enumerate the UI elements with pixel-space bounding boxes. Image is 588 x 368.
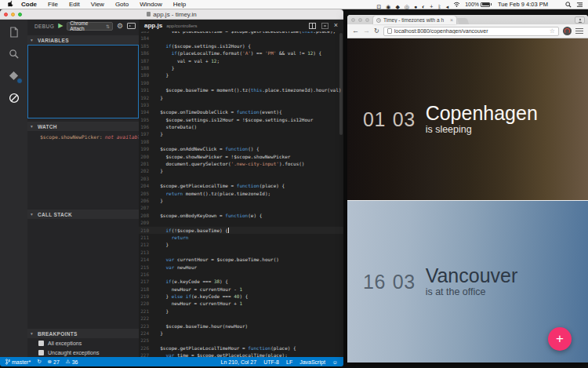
chrome-menu-icon[interactable]: [575, 28, 583, 34]
code-line-206[interactable]: 206 }: [139, 197, 343, 204]
apple-menu-icon[interactable]: [5, 1, 16, 8]
wifi-icon[interactable]: [453, 2, 460, 7]
spotlight-icon[interactable]: [565, 2, 572, 8]
code-line-224[interactable]: 224 }: [139, 330, 343, 337]
watch-expression-row[interactable]: $scope.showNewPicker: not available: [27, 133, 139, 140]
code-line-217[interactable]: 217 if(e.keyCode === 38) {: [139, 278, 343, 285]
forward-button[interactable]: →: [363, 27, 370, 35]
cursor-position-status[interactable]: Ln 210, Col 27: [221, 359, 257, 365]
errors-status[interactable]: ⊗27: [48, 359, 60, 365]
new-tab-button[interactable]: [457, 18, 470, 24]
encoding-status[interactable]: UTF-8: [263, 359, 279, 365]
variables-section-header[interactable]: ▾ VARIABLES: [27, 35, 139, 45]
code-line-187[interactable]: 187 val = val + 12;: [139, 57, 343, 64]
vscode-titlebar[interactable]: app.js - timey.in: [0, 9, 343, 20]
start-debug-button[interactable]: ▶: [58, 23, 63, 29]
zoom-window-button[interactable]: [365, 18, 369, 22]
code-line-216[interactable]: 216: [139, 271, 343, 278]
menu-item-goto[interactable]: Goto: [110, 0, 134, 9]
code-line-226[interactable]: 226 $scope.getPlaceLocalTimeHour = funct…: [139, 344, 343, 352]
variables-panel[interactable]: [27, 45, 139, 118]
city-time[interactable]: 1603: [363, 271, 416, 293]
code-line-188[interactable]: 188 }: [139, 64, 343, 71]
menubar-clock[interactable]: Tue Feb 9 4:03 PM: [498, 1, 548, 8]
breakpoint-item[interactable]: Uncaught exceptions: [27, 348, 139, 357]
close-editor-icon[interactable]: ×: [334, 22, 338, 29]
menu-item-view[interactable]: View: [85, 0, 110, 9]
code-line-213[interactable]: 213: [139, 249, 343, 256]
profile-button[interactable]: [575, 16, 585, 24]
close-window-button[interactable]: [4, 13, 8, 16]
code-line-200[interactable]: 200 $scope.showNewPicker = !$scope.showN…: [139, 153, 343, 160]
code-line-192[interactable]: 192 }: [139, 94, 343, 101]
sync-status-button[interactable]: ↻: [37, 359, 41, 365]
menu-item-file[interactable]: File: [42, 0, 64, 9]
explorer-icon[interactable]: [7, 25, 20, 38]
code-area[interactable]: 183 val placeLocalTime = $scope.getPlace…: [139, 31, 343, 357]
breakpoint-checkbox[interactable]: [38, 350, 44, 355]
tab-close-icon[interactable]: ×: [450, 17, 453, 23]
code-line-219[interactable]: 219 } else if(e.keyCode === 40) {: [139, 293, 343, 300]
fan-status-icon[interactable]: +: [430, 4, 433, 9]
callstack-section-header[interactable]: ▾ CALL STACK: [27, 210, 139, 219]
volume-icon[interactable]: ◂: [446, 4, 449, 9]
search-icon[interactable]: [7, 47, 20, 60]
code-line-199[interactable]: 199 $scope.onAddNewClick = function() {: [139, 145, 343, 152]
configure-gear-icon[interactable]: ⚙: [117, 23, 123, 30]
browser-tab[interactable]: Timey - timezones with a h ×: [373, 16, 456, 24]
breakpoint-checkbox[interactable]: [38, 341, 44, 346]
code-line-190[interactable]: 190: [139, 79, 343, 86]
breakpoint-item[interactable]: All exceptions: [27, 339, 139, 348]
code-line-185[interactable]: 185 if($scope.settings.is12Hour) {: [139, 42, 343, 49]
watch-section-header[interactable]: ▾ WATCH: [27, 122, 139, 131]
url-text[interactable]: localhost:8080/copenhagen/vancouver: [394, 28, 547, 34]
menu-item-edit[interactable]: Edit: [64, 0, 85, 9]
code-line-214[interactable]: 214 var currentHour = $scope.baseTime.ho…: [139, 256, 343, 263]
app-status-icon-4[interactable]: ◐: [422, 4, 425, 9]
code-line-225[interactable]: 225: [139, 337, 343, 344]
code-line-227[interactable]: 227 var time = $scope.getPlaceLocalTime(…: [139, 352, 343, 357]
city-section-copenhagen[interactable]: 0103Copenhagenis sleeping: [347, 38, 588, 200]
split-editor-icon[interactable]: [309, 23, 316, 29]
code-line-222[interactable]: 222: [139, 315, 343, 322]
battery-indicator[interactable]: 100%: [465, 2, 492, 7]
code-line-202[interactable]: 202 }: [139, 167, 343, 174]
menu-item-help[interactable]: Help: [168, 0, 191, 9]
git-branch-status[interactable]: master*: [5, 359, 31, 365]
code-line-183[interactable]: 183 val placeLocalTime = $scope.getPlace…: [139, 31, 343, 35]
debug-console-icon[interactable]: [127, 23, 136, 29]
editor-scrollbar[interactable]: [339, 33, 343, 135]
code-line-197[interactable]: 197 }: [139, 130, 343, 137]
close-window-button[interactable]: [351, 18, 355, 22]
notification-center-icon[interactable]: [576, 2, 583, 8]
code-line-221[interactable]: 221 }: [139, 308, 343, 315]
git-icon[interactable]: [7, 69, 20, 82]
menu-item-code[interactable]: Code: [16, 0, 42, 9]
code-line-189[interactable]: 189 }: [139, 71, 343, 78]
code-line-211[interactable]: 211 return: [139, 234, 343, 241]
app-status-icon-1[interactable]: ◉: [386, 4, 390, 9]
code-line-212[interactable]: 212 }: [139, 241, 343, 248]
bluetooth-icon[interactable]: ᛒ: [437, 4, 441, 9]
code-line-186[interactable]: 186 if(placeLocalTime.format('A') == 'PM…: [139, 49, 343, 56]
code-line-194[interactable]: 194 $scope.onTimeDoubleClick = function(…: [139, 108, 343, 115]
zoom-window-button[interactable]: [18, 13, 22, 16]
breakpoints-section-header[interactable]: ▾ BREAKPOINTS: [27, 329, 139, 338]
open-preview-icon[interactable]: [321, 23, 328, 29]
code-line-184[interactable]: 184: [139, 35, 343, 42]
debug-config-select[interactable]: Chrome Attach ⇅: [67, 22, 113, 31]
add-city-fab[interactable]: +: [548, 327, 572, 351]
code-line-196[interactable]: 196 storeData(): [139, 123, 343, 130]
display-mirroring-icon[interactable]: ⊡: [376, 4, 381, 9]
code-line-223[interactable]: 223 $scope.baseTime.hour(newHour): [139, 322, 343, 330]
code-line-198[interactable]: 198: [139, 138, 343, 145]
app-status-icon-3[interactable]: ●: [414, 4, 417, 9]
code-line-207[interactable]: 207: [139, 204, 343, 211]
code-line-204[interactable]: 204 $scope.getPlaceLocalTime = function(…: [139, 182, 343, 189]
code-line-195[interactable]: 195 $scope.settings.is12Hour = !$scope.s…: [139, 116, 343, 123]
city-time[interactable]: 0103: [363, 108, 416, 131]
sync-status-icon[interactable]: ◎: [405, 4, 409, 9]
menu-item-window[interactable]: Window: [134, 0, 167, 9]
code-line-208[interactable]: 208 $scope.onBodyKeyDown = function(e) {: [139, 212, 343, 219]
feedback-smiley-icon[interactable]: ☺: [332, 359, 338, 365]
